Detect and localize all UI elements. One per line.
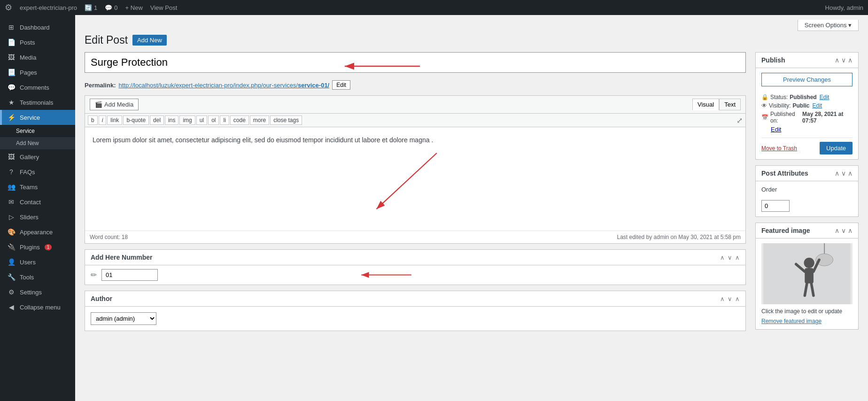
- sidebar-item-media[interactable]: 🖼 Media: [0, 50, 75, 65]
- visual-text-tabs: Visual Text: [692, 99, 741, 110]
- remove-featured-image-link[interactable]: Remove featured image: [761, 318, 822, 324]
- adminbar-comments[interactable]: 💬 0: [105, 4, 117, 11]
- submenu-item-add-new[interactable]: Add New: [0, 137, 75, 149]
- visual-tab[interactable]: Visual: [692, 99, 719, 110]
- format-close-tags[interactable]: close tags: [270, 116, 302, 125]
- panel-close[interactable]: ∧: [848, 227, 852, 234]
- visibility-edit-link[interactable]: Edit: [812, 102, 822, 109]
- metabox-collapse-up[interactable]: ∧: [720, 254, 725, 261]
- publish-panel-title: Publish: [761, 56, 785, 64]
- sidebar-item-gallery[interactable]: 🖼 Gallery: [0, 149, 75, 164]
- permalink-url[interactable]: http://localhost/luzuk/expert-electricia…: [118, 82, 329, 89]
- format-link[interactable]: link: [107, 116, 122, 125]
- panel-up-icon[interactable]: ∧: [835, 56, 839, 64]
- publish-panel-header[interactable]: Publish ∧ ∨ ∧: [756, 53, 858, 68]
- collapse-menu[interactable]: ◀ Collapse menu: [0, 300, 75, 315]
- published-on-row: 📅 Published on: May 28, 2021 at 07:57: [761, 111, 852, 124]
- adminbar-updates[interactable]: 🔄 1: [85, 4, 97, 11]
- update-button[interactable]: Update: [820, 142, 852, 154]
- format-ins[interactable]: ins: [165, 116, 178, 125]
- sidebar-item-settings[interactable]: ⚙ Settings: [0, 285, 75, 300]
- expand-editor-button[interactable]: ⤢: [736, 116, 743, 125]
- screen-options-bar: Screen Options ▾: [85, 20, 859, 31]
- panel-up[interactable]: ∧: [835, 170, 839, 177]
- publish-panel-content: Preview Changes 🔒 Status: Published Edit…: [756, 68, 858, 159]
- add-number-metabox-title: Add Here Nummber: [91, 254, 152, 261]
- format-ul[interactable]: ul: [196, 116, 207, 125]
- sidebar-item-service[interactable]: ⚡ Service: [0, 110, 75, 125]
- plugins-badge: 1: [45, 244, 52, 250]
- add-new-button[interactable]: Add New: [132, 35, 167, 46]
- plugins-icon: 🔌: [7, 243, 16, 251]
- sidebar-item-plugins[interactable]: 🔌 Plugins 1: [0, 239, 75, 254]
- sidebar-item-sliders[interactable]: ▷ Sliders: [0, 209, 75, 224]
- panel-down[interactable]: ∨: [841, 227, 846, 234]
- metabox-collapse-up[interactable]: ∧: [720, 295, 725, 302]
- format-bold[interactable]: b: [88, 116, 98, 125]
- format-more[interactable]: more: [250, 116, 269, 125]
- format-italic[interactable]: i: [99, 116, 107, 125]
- sidebar-item-label: Service: [20, 114, 40, 121]
- format-img[interactable]: img: [179, 116, 195, 125]
- pages-icon: 📃: [7, 69, 16, 76]
- metabox-close[interactable]: ∧: [735, 295, 740, 302]
- editor-content-area[interactable]: Lorem ipsum dolor sit amet, consectetur …: [85, 127, 745, 231]
- featured-image-thumbnail[interactable]: [761, 243, 852, 304]
- post-attributes-panel: Post Attributes ∧ ∨ ∧ Order: [755, 165, 859, 217]
- panel-down-icon[interactable]: ∨: [841, 56, 846, 64]
- status-edit-link[interactable]: Edit: [820, 94, 829, 100]
- sidebar-item-teams[interactable]: 👥 Teams: [0, 179, 75, 194]
- panel-down[interactable]: ∨: [841, 170, 846, 177]
- format-bquote[interactable]: b-quote: [123, 116, 149, 125]
- add-media-button[interactable]: 🎬 Add Media: [90, 99, 139, 110]
- publish-status-row: 🔒 Status: Published Edit: [761, 94, 852, 100]
- post-title-input[interactable]: [85, 52, 746, 73]
- number-input[interactable]: [101, 269, 158, 281]
- sidebar-item-comments[interactable]: 💬 Comments: [0, 80, 75, 95]
- format-code[interactable]: code: [230, 116, 249, 125]
- featured-image-header[interactable]: Featured image ∧ ∨ ∧: [756, 223, 858, 239]
- screen-options-button[interactable]: Screen Options ▾: [798, 20, 859, 31]
- author-metabox-header[interactable]: Author ∧ ∨ ∧: [85, 291, 745, 307]
- sidebar-item-label: Sliders: [20, 214, 39, 221]
- permalink-edit-button[interactable]: Edit: [332, 80, 350, 90]
- sidebar-item-pages[interactable]: 📃 Pages: [0, 65, 75, 80]
- panel-up[interactable]: ∧: [835, 227, 839, 234]
- published-on-edit-link[interactable]: Edit: [771, 126, 781, 133]
- sidebar-item-contact[interactable]: ✉ Contact: [0, 194, 75, 209]
- format-li[interactable]: li: [220, 116, 229, 125]
- adminbar-site-name[interactable]: expert-electrician-pro: [20, 4, 77, 11]
- wp-logo[interactable]: ⚙: [5, 2, 12, 13]
- sidebar-item-testimonials[interactable]: ★ Testimonials: [0, 95, 75, 110]
- sidebar-item-faqs[interactable]: ? FAQs: [0, 164, 75, 179]
- sidebar-item-tools[interactable]: 🔧 Tools: [0, 270, 75, 285]
- metabox-collapse-down[interactable]: ∨: [728, 254, 732, 261]
- sidebar-item-users[interactable]: 👤 Users: [0, 254, 75, 270]
- text-tab[interactable]: Text: [719, 99, 741, 110]
- move-to-trash-link[interactable]: Move to Trash: [761, 145, 797, 152]
- sidebar-item-label: Plugins: [20, 244, 40, 251]
- appearance-icon: 🎨: [7, 228, 16, 236]
- adminbar-view-post[interactable]: View Post: [150, 4, 178, 11]
- users-icon: 👤: [7, 258, 16, 266]
- format-ol[interactable]: ol: [208, 116, 219, 125]
- add-number-metabox-header[interactable]: Add Here Nummber ∧ ∨ ∧: [85, 250, 745, 265]
- metabox-close[interactable]: ∧: [735, 254, 740, 261]
- panel-close-icon[interactable]: ∧: [848, 56, 852, 64]
- order-input[interactable]: [761, 200, 790, 212]
- submenu-item-service[interactable]: Service: [0, 125, 75, 137]
- publish-status-value: Published: [790, 94, 816, 100]
- preview-changes-button[interactable]: Preview Changes: [761, 73, 852, 86]
- author-metabox-controls: ∧ ∨ ∧: [720, 295, 740, 302]
- format-del[interactable]: del: [150, 116, 164, 125]
- media-plus-icon: 🎬: [95, 101, 102, 108]
- adminbar-new[interactable]: + New: [125, 4, 143, 11]
- author-select[interactable]: admin (admin): [91, 312, 156, 325]
- panel-close[interactable]: ∧: [848, 170, 852, 177]
- sidebar-item-dashboard[interactable]: ⊞ Dashboard: [0, 20, 75, 35]
- metabox-collapse-down[interactable]: ∨: [728, 295, 732, 302]
- sidebar-item-posts[interactable]: 📄 Posts: [0, 35, 75, 50]
- testimonials-icon: ★: [7, 99, 16, 106]
- post-attributes-header[interactable]: Post Attributes ∧ ∨ ∧: [756, 166, 858, 181]
- sidebar-item-appearance[interactable]: 🎨 Appearance: [0, 224, 75, 239]
